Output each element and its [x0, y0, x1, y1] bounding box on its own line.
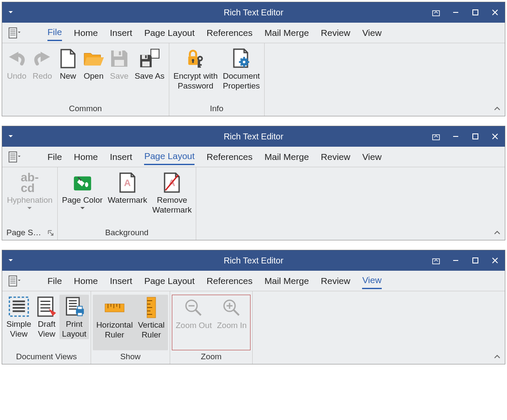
qat-dropdown[interactable] — [2, 126, 19, 147]
maximize-button[interactable] — [466, 126, 485, 147]
horizontal-ruler-button[interactable]: HorizontalRuler — [94, 296, 136, 340]
tab-review[interactable]: Review — [315, 24, 357, 41]
new-file-icon — [58, 48, 78, 69]
window-view: Rich Text Editor File Home Insert Page L… — [2, 250, 505, 364]
ribbon-view: SimpleView DraftView PrintLayout Documen… — [2, 291, 505, 364]
svg-rect-2 — [473, 10, 478, 15]
ribbon-options-button[interactable] — [426, 250, 446, 271]
save-icon — [109, 48, 130, 69]
svg-line-86 — [195, 310, 201, 315]
svg-rect-36 — [9, 152, 17, 162]
minimize-button[interactable] — [446, 2, 466, 23]
tab-page-layout[interactable]: Page Layout — [138, 272, 200, 290]
svg-text:A: A — [124, 177, 131, 188]
app-title: Rich Text Editor — [224, 132, 283, 142]
vertical-ruler-icon — [141, 297, 162, 318]
collapse-ribbon-button[interactable] — [494, 229, 501, 237]
encrypt-button[interactable]: Encrypt withPassword — [171, 47, 220, 91]
qat-dropdown[interactable] — [2, 2, 19, 23]
tab-insert[interactable]: Insert — [104, 148, 139, 166]
svg-rect-21 — [198, 64, 202, 66]
paint-bucket-icon — [72, 172, 93, 193]
svg-line-30 — [247, 59, 248, 59]
tab-references[interactable]: References — [200, 148, 258, 166]
svg-line-29 — [241, 59, 242, 59]
close-button[interactable] — [485, 2, 505, 23]
close-button[interactable] — [485, 126, 505, 147]
draft-view-icon — [36, 296, 57, 317]
group-label-common: Common — [4, 102, 167, 116]
svg-line-32 — [247, 65, 248, 65]
group-label-document-views: Document Views — [4, 350, 89, 364]
svg-rect-11 — [151, 49, 159, 58]
document-properties-button[interactable]: DocumentProperties — [220, 47, 262, 91]
tab-file[interactable]: File — [41, 148, 68, 166]
new-button[interactable]: New — [55, 47, 81, 81]
remove-watermark-button[interactable]: A RemoveWatermark — [150, 171, 194, 215]
simple-view-button[interactable]: SimpleView — [4, 295, 34, 339]
svg-rect-49 — [9, 276, 17, 286]
group-label-zoom: Zoom — [172, 350, 251, 364]
collapse-ribbon-button[interactable] — [494, 105, 501, 112]
group-label-page-setup: Page S… — [4, 226, 56, 240]
tab-home[interactable]: Home — [68, 148, 104, 166]
tab-review[interactable]: Review — [315, 148, 357, 166]
save-as-button[interactable]: Save As — [132, 47, 167, 81]
ribbon-page-layout: ab-cd Hyphenation Page S… Page Color A — [2, 167, 505, 240]
zoom-out-button[interactable]: Zoom Out — [173, 296, 214, 331]
window-page-layout: Rich Text Editor File Home Insert Page L… — [2, 126, 505, 240]
zoom-in-icon — [221, 298, 242, 318]
ribbon-tabs: File Home Insert Page Layout References … — [2, 147, 505, 167]
tab-mail-merge[interactable]: Mail Merge — [259, 272, 315, 290]
tab-page-layout[interactable]: Page Layout — [138, 24, 200, 41]
tab-mail-merge[interactable]: Mail Merge — [259, 24, 315, 41]
document-selector[interactable] — [5, 148, 24, 166]
minimize-button[interactable] — [446, 126, 466, 147]
collapse-ribbon-button[interactable] — [494, 353, 501, 361]
tab-home[interactable]: Home — [68, 272, 104, 290]
maximize-button[interactable] — [466, 2, 485, 23]
maximize-button[interactable] — [466, 250, 485, 271]
qat-dropdown[interactable] — [2, 250, 19, 271]
tab-view[interactable]: View — [356, 148, 387, 166]
tab-references[interactable]: References — [200, 24, 258, 41]
document-selector[interactable] — [5, 24, 24, 42]
save-button[interactable]: Save — [106, 47, 132, 81]
tab-insert[interactable]: Insert — [104, 24, 139, 41]
zoom-in-button[interactable]: Zoom In — [214, 296, 249, 331]
svg-line-90 — [233, 310, 239, 315]
app-title: Rich Text Editor — [224, 256, 283, 266]
tab-insert[interactable]: Insert — [104, 272, 139, 290]
tab-home[interactable]: Home — [68, 24, 104, 41]
tab-mail-merge[interactable]: Mail Merge — [259, 148, 315, 166]
svg-rect-17 — [192, 60, 194, 63]
open-button[interactable]: Open — [81, 47, 106, 81]
tab-view[interactable]: View — [356, 272, 387, 290]
tab-page-layout[interactable]: Page Layout — [138, 148, 200, 166]
group-background: Page Color A Watermark A RemoveWatermark… — [58, 167, 196, 240]
tab-references[interactable]: References — [200, 272, 258, 290]
redo-button[interactable]: Redo — [29, 47, 55, 81]
svg-point-24 — [243, 61, 245, 63]
document-selector[interactable] — [5, 272, 24, 290]
vertical-ruler-button[interactable]: VerticalRuler — [136, 296, 167, 340]
print-layout-button[interactable]: PrintLayout — [59, 295, 89, 339]
draft-view-button[interactable]: DraftView — [34, 295, 59, 339]
ribbon-tabs: File Home Insert Page Layout References … — [2, 23, 505, 43]
tab-view[interactable]: View — [356, 24, 387, 41]
minimize-button[interactable] — [446, 250, 466, 271]
hyphenation-button[interactable]: ab-cd Hyphenation — [4, 171, 55, 210]
tab-review[interactable]: Review — [315, 272, 357, 290]
tab-file[interactable]: File — [41, 24, 68, 42]
ribbon-options-button[interactable] — [426, 126, 446, 147]
group-label-background: Background — [59, 226, 194, 240]
close-button[interactable] — [485, 250, 505, 271]
tab-file[interactable]: File — [41, 272, 68, 290]
page-color-button[interactable]: Page Color — [59, 171, 105, 210]
svg-rect-10 — [119, 51, 121, 55]
undo-button[interactable]: Undo — [4, 47, 29, 81]
ribbon-options-button[interactable] — [426, 2, 446, 23]
watermark-button[interactable]: A Watermark — [105, 171, 150, 205]
dialog-launcher[interactable] — [48, 229, 54, 238]
svg-point-19 — [199, 57, 202, 60]
